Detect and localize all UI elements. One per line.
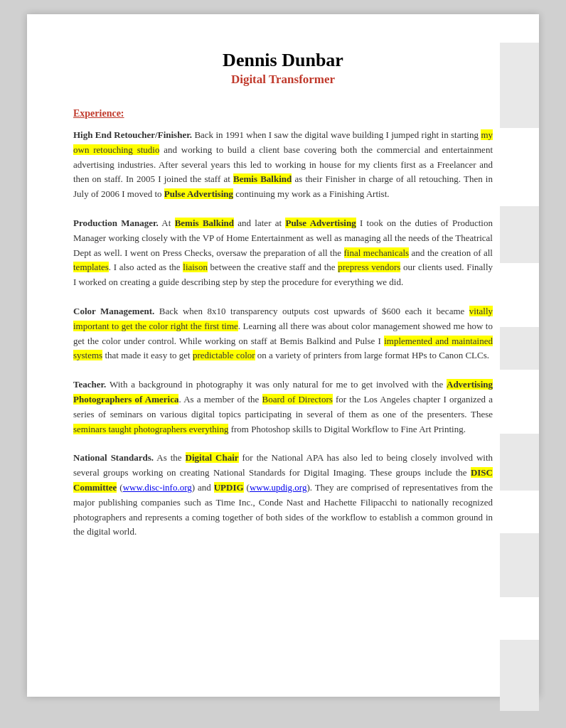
teacher-text-4: from Photoshop skills to Digital Workflo… [228,424,465,434]
color-text-1: Back when 8x10 transparency outputs cost… [154,306,469,316]
color-text-3: that made it easy to get [102,350,193,360]
resume-page: Dennis Dunbar Digital Transformer Experi… [27,14,539,697]
production-text-1: At [159,218,175,228]
retoucher-company-1: Bemis Balkind [233,173,292,184]
retoucher-text-1: Back in 1991 when I saw the digital wave… [192,129,481,140]
national-label: National Standards. [73,452,154,463]
production-highlight-4: prepress vendors [338,262,400,272]
production-paragraph: Production Manager. At Bemis Balkind and… [73,216,493,290]
sidebar-decoration-4 [500,434,539,491]
sidebar-decoration-1 [500,43,539,128]
production-highlight-1: final mechanicals [344,247,410,258]
production-text-2: and later at [234,218,285,228]
teacher-text-2: . As a member of the [178,394,262,405]
retoucher-company-2: Pulse Advertising [164,188,233,199]
teacher-text-1: With a background in photography it was … [106,379,447,390]
person-name: Dennis Dunbar [73,50,493,71]
production-text-4: and the creation of all [409,247,493,258]
teacher-highlight-2: Board of Directors [262,394,333,405]
disc-link[interactable]: www.disc-info.org [123,482,192,493]
experience-heading: Experience: [73,108,493,119]
retoucher-paragraph: High End Retoucher/Finisher. Back in 199… [73,128,493,202]
production-highlight-3: liaison [183,262,208,272]
national-text-1: As the [154,452,186,463]
teacher-label: Teacher. [73,379,106,390]
production-text-5: . I also acted as the [109,262,183,272]
production-company-1: Bemis Balkind [175,218,234,228]
production-company-2: Pulse Advertising [285,218,356,228]
production-text-6: between the creative staff and the [208,262,338,272]
updig-link[interactable]: www.updig.org [250,482,307,493]
production-label: Production Manager. [73,218,159,228]
person-title: Digital Transformer [73,73,493,87]
production-highlight-2: templates [73,262,109,272]
retoucher-label: High End Retoucher/Finisher. [73,129,192,140]
color-highlight-3: predictable color [193,350,255,360]
retoucher-text-4: continuing my work as a Finishing Artist… [233,188,390,199]
national-highlight-3: UPDIG [214,482,244,493]
sidebar-decoration-3 [500,327,539,370]
color-label: Color Management. [73,306,154,316]
color-paragraph: Color Management. Back when 8x10 transpa… [73,304,493,363]
resume-header: Dennis Dunbar Digital Transformer [73,50,493,87]
national-paragraph: National Standards. As the Digital Chair… [73,451,493,540]
teacher-paragraph: Teacher. With a background in photograph… [73,378,493,437]
national-text-3: ) and [192,482,214,493]
sidebar-decoration-5 [500,533,539,597]
sidebar-decoration-2 [500,206,539,263]
color-text-4: on a variety of printers from large form… [255,350,489,360]
teacher-highlight-3: seminars taught photographers everything [73,424,228,434]
national-highlight-1: Digital Chair [186,452,239,463]
sidebar-decoration-6 [500,640,539,711]
